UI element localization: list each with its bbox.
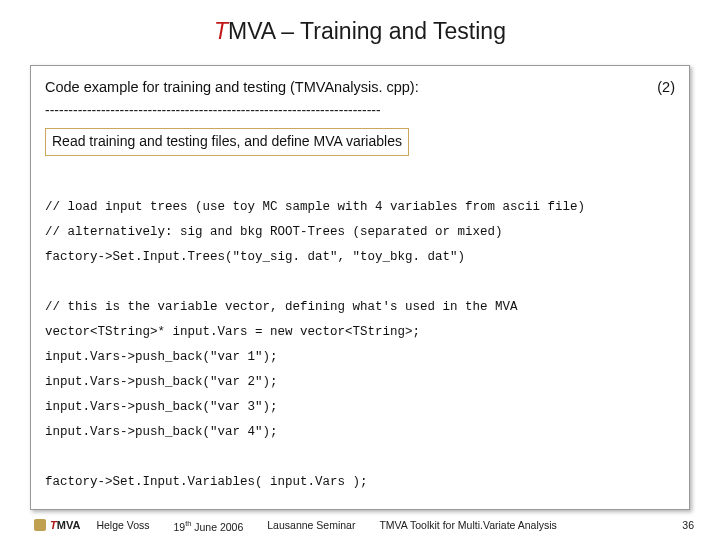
footer-date: 19th June 2006: [174, 519, 244, 533]
divider-dashes: ----------------------------------------…: [45, 100, 675, 122]
footer-page-number: 36: [682, 519, 694, 531]
footer-venue: Lausanne Seminar: [267, 519, 355, 531]
code-line: // load input trees (use toy MC sample w…: [45, 200, 585, 214]
tmva-logo-icon: [34, 519, 46, 531]
subtitle-box: Read training and testing files, and def…: [45, 128, 409, 156]
code-line: // alternatively: sig and bkg ROOT-Trees…: [45, 225, 503, 239]
code-line: input.Vars->push_back("var 1");: [45, 350, 278, 364]
title-rest: MVA – Training and Testing: [228, 18, 506, 44]
title-letter-t: T: [214, 18, 228, 44]
footer-author: Helge Voss: [96, 519, 149, 531]
code-line: factory->Set.Input.Variables( input.Vars…: [45, 475, 368, 489]
slide-title: TMVA – Training and Testing: [0, 0, 720, 57]
tmva-logo-t: T: [50, 519, 57, 531]
code-line: vector<TString>* input.Vars = new vector…: [45, 325, 420, 339]
tmva-logo-mva: MVA: [57, 519, 81, 531]
footer: TMVA Helge Voss 19th June 2006 Lausanne …: [0, 519, 720, 533]
tmva-logo: TMVA: [34, 519, 80, 531]
code-line: factory->Set.Input.Trees("toy_sig. dat",…: [45, 250, 465, 264]
subtitle-text: Read training and testing files, and def…: [52, 133, 402, 149]
page-marker: (2): [657, 76, 675, 98]
content-panel: Code example for training and testing (T…: [30, 65, 690, 510]
code-line: input.Vars->push_back("var 3");: [45, 400, 278, 414]
content-header-row: Code example for training and testing (T…: [45, 76, 675, 98]
code-line: // this is the variable vector, defining…: [45, 300, 518, 314]
code-block: // load input trees (use toy MC sample w…: [45, 170, 675, 495]
code-example-caption: Code example for training and testing (T…: [45, 76, 419, 98]
footer-description: TMVA Toolkit for Multi.Variate Analysis: [379, 519, 556, 531]
code-line: input.Vars->push_back("var 4");: [45, 425, 278, 439]
code-line: input.Vars->push_back("var 2");: [45, 375, 278, 389]
